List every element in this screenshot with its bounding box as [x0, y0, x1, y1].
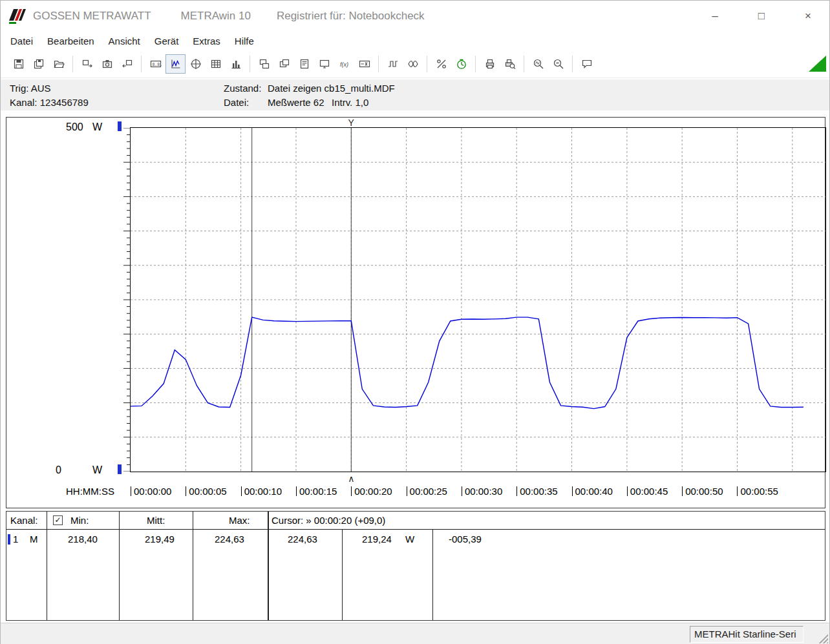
export-data-button[interactable] — [77, 54, 97, 74]
display-button[interactable] — [354, 54, 374, 74]
y-axis-max-label: 500 — [66, 121, 83, 133]
toolbar-separator — [250, 56, 250, 72]
cursor-top-marker[interactable]: Y — [348, 118, 354, 128]
maximize-button[interactable]: □ — [752, 10, 771, 23]
header-min: Min: — [70, 515, 89, 526]
device-name-field: METRAHit Starline-Seri — [690, 626, 803, 643]
channel-mode: M — [30, 534, 38, 545]
app-title: METRAwin 10 — [181, 10, 251, 23]
menu-geraet[interactable]: Gerät — [147, 33, 186, 49]
y-axis-ticks — [122, 128, 130, 472]
x-axis-tick-label: 00:00:50 — [682, 486, 723, 497]
toolbar-separator — [524, 56, 524, 72]
cursor-bottom-marker[interactable]: ∧ — [348, 473, 354, 484]
table-header-divider — [6, 529, 825, 530]
y-axis-marker-top[interactable] — [118, 121, 122, 131]
table-column-divider — [47, 512, 47, 620]
open-file-button[interactable] — [48, 54, 69, 74]
menu-bearbeiten[interactable]: Bearbeiten — [40, 33, 101, 49]
snapshot-button[interactable] — [97, 54, 117, 74]
zoom-out-button[interactable] — [548, 54, 568, 74]
menu-hilfe[interactable]: Hilfe — [228, 33, 261, 49]
windows-cascade-button[interactable] — [274, 54, 294, 74]
value-min: 218,40 — [68, 534, 98, 545]
monitor-view-button[interactable] — [314, 54, 334, 74]
resize-grip[interactable] — [817, 632, 828, 643]
formula-button[interactable]: f(x) — [334, 54, 354, 74]
toolbar-separator — [475, 56, 476, 72]
datei-label: Datei: — [224, 97, 249, 108]
toolbar: 8.8.8 f(x) — [1, 50, 829, 78]
histogram-view-button[interactable] — [226, 54, 246, 74]
toolbar-separator — [572, 56, 573, 72]
x-axis-tick-label: 00:00:25 — [407, 486, 447, 497]
envelope-wave-button[interactable] — [403, 54, 423, 74]
zoom-mode-button[interactable] — [528, 54, 548, 74]
save-all-button[interactable] — [28, 54, 48, 74]
app-window: GOSSEN METRAWATT METRAwin 10 Registriert… — [0, 0, 830, 644]
chart-panel: 500 W 0 W HH:MM:SS 00:00:0000:00:0500:00… — [6, 117, 825, 508]
status-strip: Trig: AUS Kanal: 123456789 Zustand: Date… — [1, 79, 829, 110]
comment-button[interactable] — [577, 54, 597, 74]
toolbar-separator — [72, 56, 73, 72]
toolbar-separator — [427, 56, 427, 72]
y-axis-min-label: 0 — [56, 464, 61, 476]
menu-datei[interactable]: Datei — [3, 33, 40, 49]
x-axis-tick-label: 00:00:10 — [241, 486, 282, 497]
zustand-label: Zustand: — [224, 83, 261, 94]
channel-color-indicator — [8, 534, 10, 545]
protocol-view-button[interactable] — [294, 54, 314, 74]
windows-tile-button[interactable] — [254, 54, 274, 74]
svg-text:8.8.8: 8.8.8 — [152, 61, 162, 67]
table-view-button[interactable] — [206, 54, 226, 74]
value-cursor2: 219,24 — [362, 534, 392, 545]
header-max: Max: — [229, 515, 250, 526]
print-button[interactable] — [480, 54, 500, 74]
channel-number: 1 — [13, 534, 18, 545]
header-cursor: Cursor: » 00:00:20 (+09,0) — [271, 515, 385, 526]
plot-area — [130, 127, 826, 472]
app-brand: GOSSEN METRAWATT — [33, 10, 151, 23]
window-controls: – □ × — [705, 10, 818, 23]
import-data-button[interactable] — [117, 54, 137, 74]
toolbar-separator — [378, 56, 379, 72]
x-axis-label: HH:MM:SS — [66, 486, 114, 497]
title-bar: GOSSEN METRAWATT METRAwin 10 Registriert… — [1, 1, 829, 32]
channel-visible-checkbox[interactable]: ✓ — [53, 515, 63, 525]
table-column-divider — [193, 512, 193, 620]
y-axis-unit-bottom: W — [92, 464, 102, 476]
xy-chart-view-button[interactable] — [186, 54, 206, 74]
value-max: 224,63 — [215, 534, 244, 545]
print-preview-button[interactable] — [500, 54, 520, 74]
numeric-display-button[interactable]: 8.8.8 — [145, 54, 165, 74]
trigger-status: Trig: AUS — [10, 83, 51, 94]
intervall-value: Intrv. 1,0 — [332, 97, 368, 108]
metrawatt-logo-icon — [7, 6, 27, 26]
value-delta: -005,39 — [449, 534, 482, 545]
channel-status: Kanal: 123456789 — [10, 97, 89, 108]
chart-plot[interactable] — [131, 128, 825, 472]
value-cursor1: 224,63 — [288, 534, 317, 545]
x-axis-tick-label: 00:00:05 — [186, 486, 226, 497]
x-axis-tick-label: 00:00:45 — [627, 486, 668, 497]
measurement-table: Kanal: ✓ Min: Mitt: Max: Cursor: » 00:00… — [6, 511, 825, 621]
y-axis-marker-bottom[interactable] — [118, 464, 122, 474]
minimize-button[interactable]: – — [705, 10, 725, 23]
menu-ansicht[interactable]: Ansicht — [101, 33, 147, 49]
toolbar-separator — [141, 56, 142, 72]
x-axis-tick-label: 00:00:35 — [516, 486, 557, 497]
x-axis-tick-label: 00:00:55 — [737, 486, 778, 497]
percent-scale-button[interactable] — [431, 54, 451, 74]
messwerte-value: Meßwerte 62 — [268, 97, 325, 108]
menu-extras[interactable]: Extras — [186, 33, 228, 49]
x-axis-tick-label: 00:00:00 — [131, 486, 171, 497]
save-button[interactable] — [8, 54, 28, 74]
zustand-value: Datei zeigen cb15_multi.MDF — [268, 83, 395, 94]
interval-clock-button[interactable] — [451, 54, 471, 74]
table-column-divider — [342, 529, 343, 620]
close-button[interactable]: × — [798, 10, 818, 23]
menu-bar: Datei Bearbeiten Ansicht Gerät Extras Hi… — [1, 32, 829, 50]
x-axis-tick-label: 00:00:40 — [572, 486, 613, 497]
trigger-wave-button[interactable] — [383, 54, 403, 74]
yt-chart-view-button[interactable] — [165, 54, 186, 74]
